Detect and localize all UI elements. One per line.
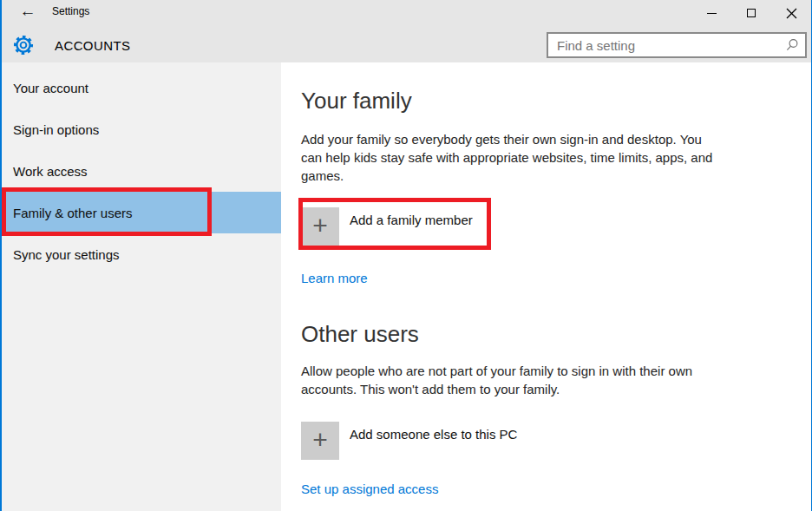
add-family-member-tile[interactable]: + — [301, 207, 339, 246]
plus-icon: + — [312, 213, 328, 239]
add-family-member-label: Add a family member — [350, 213, 473, 227]
window-controls — [691, 0, 811, 26]
settings-window: ← Settings ACCOUNTS — [0, 0, 812, 511]
search-input[interactable] — [548, 34, 779, 56]
minimize-icon — [707, 13, 717, 14]
section-heading-your-family: Your family — [301, 85, 785, 116]
sidebar-item-work-access[interactable]: Work access — [2, 150, 281, 192]
your-family-description: Add your family so everybody gets their … — [301, 130, 716, 185]
header-bar: ← Settings ACCOUNTS — [2, 0, 811, 62]
main-content: Your family Add your family so everybody… — [281, 62, 811, 511]
add-someone-else-label: Add someone else to this PC — [350, 427, 517, 442]
search-box[interactable] — [547, 32, 807, 58]
minimize-button[interactable] — [691, 0, 731, 26]
add-family-member-button[interactable]: + Add a family member — [301, 207, 785, 246]
sidebar-item-sync-your-settings[interactable]: Sync your settings — [2, 233, 281, 275]
search-icon[interactable] — [785, 38, 799, 52]
maximize-button[interactable] — [731, 0, 771, 26]
gear-icon — [12, 34, 35, 56]
back-button[interactable]: ← — [15, 0, 41, 23]
sidebar-item-your-account[interactable]: Your account — [2, 67, 281, 108]
plus-icon: + — [312, 427, 328, 453]
window-title: Settings — [52, 5, 89, 17]
add-someone-else-tile[interactable]: + — [301, 422, 339, 460]
page-title: ACCOUNTS — [55, 38, 130, 53]
sidebar: Your account Sign-in options Work access… — [2, 62, 281, 511]
maximize-icon — [747, 9, 756, 17]
sidebar-item-sign-in-options[interactable]: Sign-in options — [2, 108, 281, 150]
add-someone-else-button[interactable]: + Add someone else to this PC — [301, 422, 785, 460]
sidebar-item-family-other-users[interactable]: Family & other users — [2, 192, 281, 233]
set-up-assigned-access-link[interactable]: Set up assigned access — [301, 482, 438, 496]
learn-more-link[interactable]: Learn more — [301, 271, 368, 285]
close-button[interactable] — [771, 0, 811, 26]
section-heading-other-users: Other users — [301, 318, 785, 350]
other-users-description: Allow people who are not part of your fa… — [301, 362, 716, 398]
back-arrow-icon: ← — [20, 2, 36, 20]
close-icon — [786, 8, 797, 19]
